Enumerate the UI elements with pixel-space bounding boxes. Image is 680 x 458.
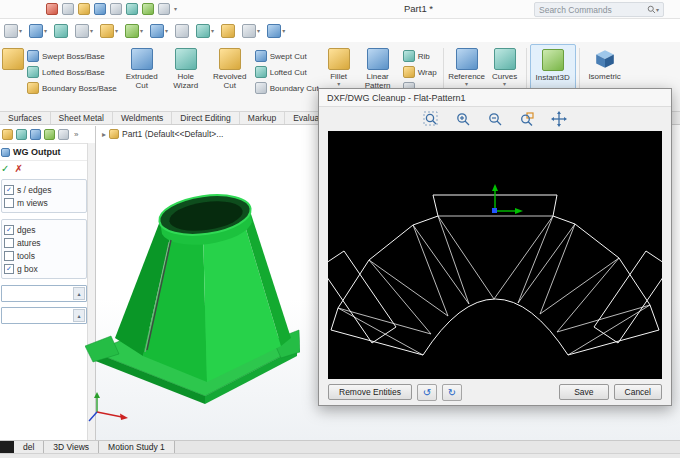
undo-arrow-icon: ↺ [423, 387, 431, 398]
curves-chevron-icon[interactable]: ▾ [503, 81, 506, 87]
cancel-x-icon[interactable]: ✗ [14, 163, 22, 174]
zoom-out-button[interactable] [482, 109, 508, 130]
field-spinner-icon[interactable]: ▴ [73, 287, 85, 300]
remove-entities-button[interactable]: Remove Entities [328, 384, 412, 400]
appearance-icon[interactable]: ▾ [125, 24, 143, 38]
undo-button[interactable]: ↺ [417, 384, 437, 401]
save-icon[interactable] [94, 3, 106, 15]
swept-boss-base-button[interactable]: Swept Boss/Base [27, 50, 117, 62]
reference-chevron-icon[interactable]: ▾ [465, 81, 468, 87]
wrap-icon [403, 66, 415, 78]
quick-access-toolbar: ▾ [46, 3, 177, 15]
export-option-row[interactable]: ✓ s / edges [4, 183, 84, 196]
checkbox-icon[interactable]: ✓ [4, 185, 14, 195]
tree-expand-icon[interactable]: ▸ [102, 130, 106, 139]
3d-part-model[interactable] [85, 160, 300, 410]
boundary-cut-button[interactable]: Boundary Cut [255, 82, 319, 94]
zoom-fit-toolbar-icon[interactable]: ▾ [196, 24, 214, 38]
configurationmanager-tab-icon[interactable] [30, 129, 41, 140]
revolved-cut-button[interactable]: Revolved Cut [208, 44, 252, 111]
print-icon[interactable] [110, 3, 122, 15]
hide-show-items-icon[interactable]: ▾ [100, 24, 118, 38]
swept-cut-button[interactable]: Swept Cut [255, 50, 319, 62]
entity-option-row[interactable]: ✓ dges [4, 223, 84, 236]
fillet-icon [328, 48, 350, 70]
checkbox-icon[interactable] [4, 198, 14, 208]
new-document-icon[interactable] [62, 3, 74, 15]
cut-off-tab-fragment [0, 441, 14, 453]
zoom-to-area-button[interactable] [514, 109, 540, 130]
pan-button[interactable] [546, 109, 572, 130]
dimxpert-tab-icon[interactable] [44, 129, 55, 140]
entity-option-label: g box [17, 264, 38, 274]
entity-option-row[interactable]: atures [4, 236, 84, 249]
extruded-cut-button[interactable]: Extruded Cut [120, 44, 164, 111]
export-option-row[interactable]: m views [4, 196, 84, 209]
search-scope-chevron-icon[interactable]: ▾ [656, 7, 659, 13]
measure-icon[interactable]: ▾ [267, 24, 285, 38]
status-bar [0, 453, 680, 458]
tab-motion-study-1[interactable]: Motion Study 1 [99, 441, 175, 453]
featuremanager-tab-icon[interactable] [2, 129, 13, 140]
checkbox-icon[interactable]: ✓ [4, 264, 14, 274]
wrap-button[interactable]: Wrap [403, 66, 437, 78]
rib-button[interactable]: Rib [403, 50, 437, 62]
arrange-icon[interactable]: ▾ [4, 24, 22, 38]
panel-tabs-overflow-icon[interactable]: » [74, 130, 78, 139]
save-button[interactable]: Save [559, 384, 608, 400]
cancel-button[interactable]: Cancel [614, 384, 662, 400]
checkbox-icon[interactable]: ✓ [4, 225, 14, 235]
checkbox-icon[interactable] [4, 238, 14, 248]
feature-tree-header[interactable]: ▸ Part1 (Default<<Default>... [102, 129, 223, 139]
ok-check-icon[interactable]: ✓ [1, 163, 9, 174]
checkbox-icon[interactable] [4, 251, 14, 261]
undo-icon[interactable] [126, 3, 138, 15]
options-icon[interactable] [158, 3, 170, 15]
cut-off-ribbon-button[interactable] [0, 44, 24, 111]
tab-direct-editing[interactable]: Direct Editing [172, 112, 240, 124]
entity-option-row[interactable]: ✓ g box [4, 262, 84, 275]
tab-markup[interactable]: Markup [240, 112, 285, 124]
edit-appearance-icon[interactable] [221, 24, 235, 38]
hole-wizard-button[interactable]: Hole Wizard [164, 44, 208, 111]
tab-surfaces[interactable]: Surfaces [0, 112, 51, 124]
rebuild-icon[interactable] [142, 3, 154, 15]
tab-sheet-metal[interactable]: Sheet Metal [51, 112, 113, 124]
entity-option-row[interactable]: tools [4, 249, 84, 262]
fillet-chevron-icon[interactable]: ▾ [337, 81, 340, 87]
display-manager-tab-icon[interactable] [58, 129, 69, 140]
boundary-boss-base-button[interactable]: Boundary Boss/Base [27, 82, 117, 94]
section-view-icon[interactable] [175, 24, 189, 38]
display-style-icon[interactable]: ▾ [75, 24, 93, 38]
view-orientation-icon[interactable]: ▾ [150, 24, 168, 38]
smart-dimension-icon[interactable] [54, 24, 68, 38]
tab-model[interactable]: del [14, 441, 44, 453]
flat-pattern-preview-canvas[interactable] [328, 131, 662, 379]
lofted-boss-base-button[interactable]: Lofted Boss/Base [27, 66, 117, 78]
output-field-1[interactable]: ▴ [1, 285, 87, 302]
pan-icon [551, 111, 567, 127]
lofted-cut-button[interactable]: Lofted Cut [255, 66, 319, 78]
redo-button[interactable]: ↻ [442, 384, 462, 401]
entity-option-label: tools [17, 251, 35, 261]
open-document-icon[interactable] [78, 3, 90, 15]
search-commands-box[interactable]: Search Commands ▾ [534, 2, 664, 17]
propertymanager-tab-icon[interactable] [16, 129, 27, 140]
zoom-in-button[interactable] [450, 109, 476, 130]
dxf-dwg-cleanup-dialog[interactable]: DXF/DWG Cleanup - Flat-Pattern1 [318, 88, 672, 406]
render-tools-icon[interactable]: ▾ [242, 24, 260, 38]
boss-base-group: Swept Boss/Base Lofted Boss/Base Boundar… [24, 44, 120, 111]
toolbar-overflow-icon[interactable]: ▾ [174, 6, 177, 12]
entity-option-label: dges [17, 225, 35, 235]
search-icon [647, 5, 656, 14]
model-tab-bar: del 3D Views Motion Study 1 [0, 440, 680, 453]
sketch-icon[interactable]: ▾ [29, 24, 47, 38]
boundary-boss-icon [27, 82, 39, 94]
field-spinner-icon[interactable]: ▴ [73, 309, 85, 322]
rib-label: Rib [418, 52, 430, 61]
dialog-title-bar[interactable]: DXF/DWG Cleanup - Flat-Pattern1 [319, 89, 671, 107]
tab-3d-views[interactable]: 3D Views [44, 441, 99, 453]
output-field-2[interactable]: ▴ [1, 307, 87, 324]
tab-weldments[interactable]: Weldments [113, 112, 172, 124]
zoom-to-fit-button[interactable] [418, 109, 444, 130]
